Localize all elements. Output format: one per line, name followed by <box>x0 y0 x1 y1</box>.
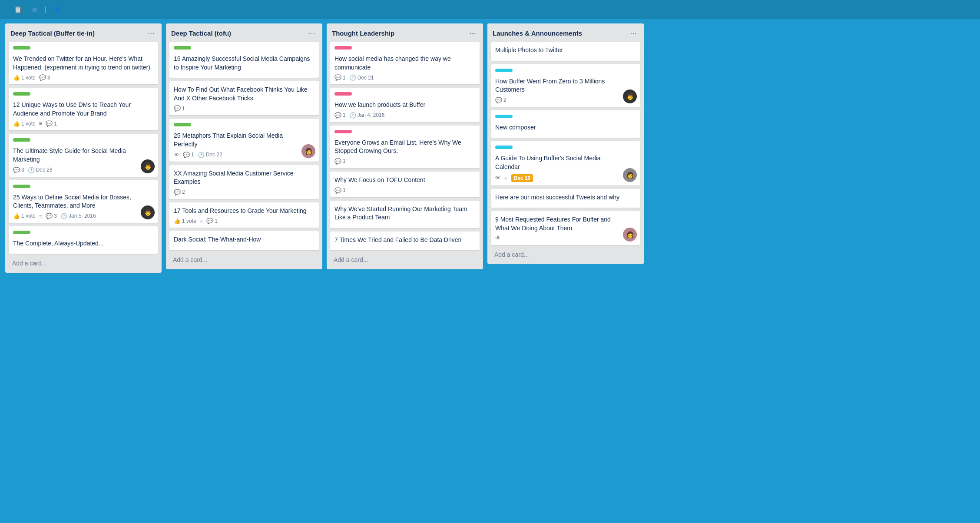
card-c4[interactable]: 25 Ways to Define Social Media for Bosse… <box>9 180 158 223</box>
card-c9[interactable]: XX Amazing Social Media Customer Service… <box>169 165 319 199</box>
card-meta: 👁 <box>495 235 621 242</box>
card-label <box>13 92 30 96</box>
card-c22[interactable]: Here are our most successful Tweets and … <box>491 189 640 208</box>
column-menu-button[interactable]: ··· <box>467 28 478 38</box>
add-card-button[interactable]: Add a card... <box>328 254 481 268</box>
add-card-button[interactable]: Add a card... <box>489 248 642 262</box>
card-title: 17 Tools and Resources to Grade Your Mar… <box>174 207 315 215</box>
comment-count: 💬2 <box>495 97 507 103</box>
card-c2[interactable]: 12 Unique Ways to Use DMs to Reach Your … <box>9 88 158 130</box>
card-label <box>13 231 30 234</box>
card-title: New composer <box>495 123 636 132</box>
due-date: 🕐Jan 5, 2016 <box>60 213 96 219</box>
clock-icon: 🕐 <box>60 213 67 219</box>
comment-count: 💬1 <box>334 187 346 194</box>
card-c21[interactable]: A Guide To Using Buffer's Social Media C… <box>491 141 640 185</box>
card-title: 7 Times We Tried and Failed to Be Data D… <box>334 236 475 245</box>
card-meta: 💬2 <box>495 97 621 103</box>
list-item: ≡ <box>39 120 43 127</box>
header-workspace[interactable]: 📋 <box>14 6 25 13</box>
avatar: 👨 <box>623 89 637 103</box>
list-icon: ≡ <box>200 218 203 224</box>
card-title: Dark Social: The What-and-How <box>174 235 315 244</box>
card-c11[interactable]: Dark Social: The What-and-How <box>169 231 319 250</box>
clock-icon: 🕐 <box>349 74 356 81</box>
card-title: 9 Most Requested Features For Buffer and… <box>495 215 621 232</box>
eye-icon: 👁 <box>174 152 179 158</box>
column-title: Thought Leadership <box>332 30 394 37</box>
avatar: 👩 <box>623 228 637 242</box>
visibility-icon: 👤 <box>53 6 61 13</box>
card-c8[interactable]: 25 Metaphors That Explain Social Media P… <box>169 119 319 161</box>
card-c13[interactable]: How we launch products at Buffer 💬1🕐Jan … <box>330 88 480 122</box>
card-title: Everyone Grows an Email List. Here's Why… <box>334 139 475 156</box>
card-title: 25 Ways to Define Social Media for Bosse… <box>13 193 139 210</box>
card-c3[interactable]: The Ultimate Style Guide for Social Medi… <box>9 134 158 176</box>
card-label <box>495 115 513 118</box>
header-divider: | <box>45 6 46 13</box>
card-c23[interactable]: 9 Most Requested Features For Buffer and… <box>491 211 640 245</box>
card-c18[interactable]: Multiple Photos to Twitter <box>491 42 640 61</box>
card-label <box>495 69 513 72</box>
card-meta: 👁≡Dec 10 <box>495 174 621 182</box>
cards-container: How social media has changed the way we … <box>327 42 483 254</box>
card-c12[interactable]: How social media has changed the way we … <box>330 42 480 84</box>
vote-count: 👍1 vote <box>13 120 36 127</box>
card-c7[interactable]: How To Find Out What Facebook Thinks You… <box>169 81 319 115</box>
comment-icon: 💬 <box>174 189 181 195</box>
comment-count: 💬1 <box>183 152 194 158</box>
card-title: Why We Focus on TOFU Content <box>334 176 475 185</box>
avatar: 👩 <box>301 144 315 158</box>
add-card-button[interactable]: Add a card... <box>7 257 160 271</box>
column-header: Deep Tactical (tofu) ··· <box>166 23 322 42</box>
list-icon: ≡ <box>504 175 508 181</box>
card-c1[interactable]: We Trended on Twitter for an Hour. Here'… <box>9 42 158 84</box>
column-menu-button[interactable]: ··· <box>628 28 639 38</box>
card-c19[interactable]: How Buffer Went From Zero to 3 Millions … <box>491 64 640 107</box>
card-c14[interactable]: Everyone Grows an Email List. Here's Why… <box>330 126 480 168</box>
card-c20[interactable]: New composer <box>491 110 640 138</box>
column-menu-button[interactable]: ··· <box>307 28 317 38</box>
card-meta: 💬1 <box>334 187 475 194</box>
card-meta: 💬1 <box>174 105 315 112</box>
card-label <box>13 185 30 188</box>
column-title: Deep Tactical (tofu) <box>171 30 231 37</box>
column-menu-button[interactable]: ··· <box>146 28 156 38</box>
card-title: Why We've Started Running Our Marketing … <box>334 205 475 222</box>
card-label <box>174 123 191 126</box>
card-label <box>13 46 30 50</box>
header-visibility[interactable]: 👤 <box>53 6 63 13</box>
card-c5[interactable]: The Complete, Always-Updated... <box>9 226 158 254</box>
board-container: Deep Tactical (Buffer tie-in) ··· We Tre… <box>0 19 980 277</box>
header-star[interactable]: ☆ <box>32 6 38 14</box>
card-c16[interactable]: Why We've Started Running Our Marketing … <box>330 201 480 228</box>
comment-count: 💬1 <box>174 105 185 112</box>
comment-count: 💬1 <box>334 74 346 81</box>
card-c10[interactable]: 17 Tools and Resources to Grade Your Mar… <box>169 202 319 228</box>
card-label <box>334 46 352 50</box>
thumbsup-icon: 👍 <box>13 74 20 81</box>
list-item: ≡ <box>504 175 508 181</box>
card-title: A Guide To Using Buffer's Social Media C… <box>495 154 621 171</box>
star-icon: ☆ <box>32 6 38 14</box>
card-meta: 💬1🕐Dec 21 <box>334 74 475 81</box>
due-date: 🕐Dec 22 <box>198 152 222 158</box>
card-meta: 👁💬1🕐Dec 22 <box>174 152 300 158</box>
card-meta: 👍1 vote≡💬1 <box>174 218 315 224</box>
comment-icon: 💬 <box>46 213 53 219</box>
card-meta: 👍1 vote💬3 <box>13 74 154 81</box>
comment-count: 💬3 <box>46 213 57 219</box>
card-c17[interactable]: 7 Times We Tried and Failed to Be Data D… <box>330 232 480 251</box>
avatar: 👨 <box>141 159 155 173</box>
column-header: Launches & Announcements ··· <box>487 23 644 42</box>
thumbsup-icon: 👍 <box>13 213 20 219</box>
card-c15[interactable]: Why We Focus on TOFU Content 💬1 <box>330 172 480 197</box>
card-label <box>334 92 352 96</box>
card-meta: 👍1 vote≡💬3🕐Jan 5, 2016 <box>13 213 139 219</box>
card-c6[interactable]: 15 Amazingly Successful Social Media Cam… <box>169 42 319 78</box>
add-card-button[interactable]: Add a card... <box>168 254 321 268</box>
column-col1: Deep Tactical (Buffer tie-in) ··· We Tre… <box>5 23 162 273</box>
card-title: The Complete, Always-Updated... <box>13 239 154 248</box>
card-label <box>13 138 30 142</box>
card-title: 15 Amazingly Successful Social Media Cam… <box>174 55 315 72</box>
